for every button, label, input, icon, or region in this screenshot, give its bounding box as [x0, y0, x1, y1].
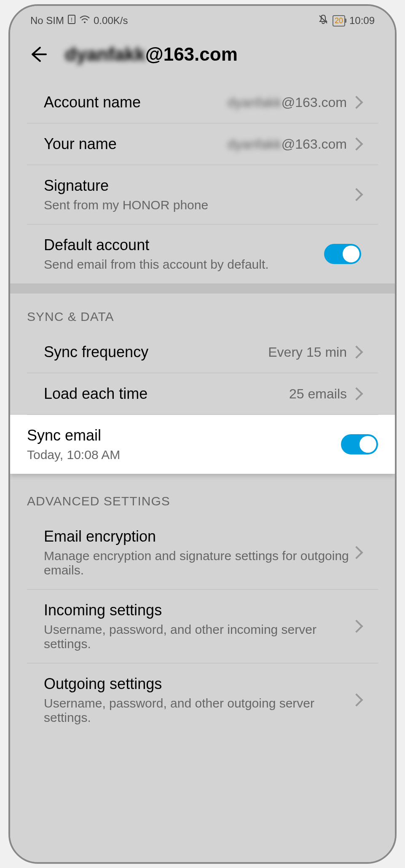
email-encryption-sub: Manage encryption and signature settings…	[44, 549, 352, 577]
your-name-value: dyanfakk@163.com	[228, 136, 347, 152]
your-name-label: Your name	[44, 135, 228, 153]
sync-email-row: Sync email Today, 10:08 AM	[10, 415, 395, 474]
load-each-time-value: 25 emails	[289, 386, 347, 402]
load-each-time-row[interactable]: Load each time 25 emails	[27, 373, 378, 415]
sync-email-sub: Today, 10:08 AM	[27, 448, 341, 462]
back-button[interactable]	[27, 44, 48, 65]
status-bar: No SIM ! 0.00K/s 20 10:09	[10, 6, 395, 31]
default-account-row: Default account Send email from this acc…	[27, 224, 378, 283]
sync-frequency-label: Sync frequency	[44, 343, 268, 361]
sync-email-label: Sync email	[27, 427, 341, 444]
section-divider	[10, 283, 395, 294]
sync-frequency-value: Every 15 min	[268, 345, 347, 360]
chevron-right-icon	[350, 345, 363, 358]
svg-point-2	[84, 21, 86, 23]
account-name-row[interactable]: Account name dyanfakk@163.com	[27, 82, 378, 123]
page-title: dyanfakk@163.com	[65, 44, 238, 65]
sync-email-toggle[interactable]	[341, 434, 378, 454]
default-account-sub: Send email from this account by default.	[44, 257, 324, 272]
chevron-right-icon	[350, 546, 363, 559]
sync-frequency-row[interactable]: Sync frequency Every 15 min	[27, 331, 378, 373]
default-account-toggle[interactable]	[324, 244, 361, 264]
advanced-section-header: ADVANCED SETTINGS	[10, 474, 395, 516]
email-encryption-row[interactable]: Email encryption Manage encryption and s…	[27, 516, 378, 590]
signature-label: Signature	[44, 177, 352, 195]
chevron-right-icon	[350, 387, 363, 400]
network-speed: 0.00K/s	[94, 15, 128, 27]
svg-text:!: !	[71, 16, 72, 23]
sync-section-header: SYNC & DATA	[10, 294, 395, 331]
incoming-settings-row[interactable]: Incoming settings Username, password, an…	[27, 590, 378, 663]
battery-icon: 20	[333, 15, 345, 27]
svg-line-3	[319, 16, 327, 23]
outgoing-settings-sub: Username, password, and other outgoing s…	[44, 696, 352, 725]
default-account-label: Default account	[44, 236, 324, 254]
signature-row[interactable]: Signature Sent from my HONOR phone	[27, 165, 378, 224]
sim-status: No SIM	[30, 15, 64, 27]
incoming-settings-label: Incoming settings	[44, 601, 352, 619]
chevron-right-icon	[350, 188, 363, 201]
chevron-right-icon	[350, 137, 363, 150]
header: dyanfakk@163.com	[10, 31, 395, 82]
account-name-value: dyanfakk@163.com	[228, 95, 347, 110]
chevron-right-icon	[350, 620, 363, 633]
load-each-time-label: Load each time	[44, 385, 289, 403]
chevron-right-icon	[350, 693, 363, 706]
your-name-row[interactable]: Your name dyanfakk@163.com	[27, 123, 378, 165]
chevron-right-icon	[350, 96, 363, 109]
incoming-settings-sub: Username, password, and other incoming s…	[44, 622, 352, 651]
email-encryption-label: Email encryption	[44, 528, 352, 545]
dnd-icon	[318, 14, 328, 27]
outgoing-settings-label: Outgoing settings	[44, 675, 352, 693]
sim-alert-icon: !	[67, 14, 76, 27]
account-name-label: Account name	[44, 93, 228, 111]
outgoing-settings-row[interactable]: Outgoing settings Username, password, an…	[27, 663, 378, 737]
wifi-icon	[79, 15, 90, 27]
clock-time: 10:09	[349, 15, 375, 27]
signature-value: Sent from my HONOR phone	[44, 198, 352, 212]
